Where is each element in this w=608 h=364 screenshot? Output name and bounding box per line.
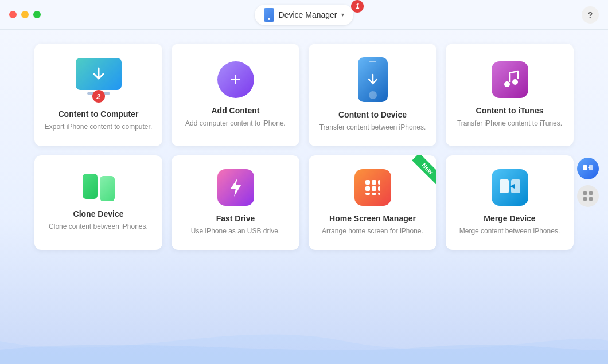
svg-rect-7: [378, 186, 380, 191]
question-icon: ?: [588, 10, 593, 19]
merge-icon-wrap: [492, 169, 528, 206]
grid-app-icon: [363, 177, 383, 198]
home-grid-icon: [354, 169, 391, 206]
card-desc: Use iPhone as an USB drive.: [191, 226, 280, 236]
computer-icon-wrap: 2: [76, 58, 122, 90]
svg-rect-6: [372, 186, 376, 191]
help-button[interactable]: ?: [582, 6, 599, 24]
bolt-icon: [227, 177, 244, 198]
itunes-icon-wrap: [492, 61, 528, 98]
card-desc: Transfer iPhone content to iTunes.: [457, 119, 562, 128]
content-to-computer-card[interactable]: 2 Content to Computer Export iPhone cont…: [34, 44, 162, 146]
card-desc: Export iPhone content to computer.: [45, 122, 152, 132]
apps-grid-icon: [583, 191, 593, 201]
svg-rect-2: [365, 180, 370, 185]
add-content-card[interactable]: + Add Content Add computer content to iP…: [172, 44, 299, 146]
plus-icon: +: [230, 70, 241, 88]
svg-rect-15: [583, 191, 587, 195]
app-icon: [264, 8, 274, 22]
svg-rect-11: [500, 179, 509, 193]
fast-drive-card[interactable]: Fast Drive Use iPhone as an USB drive.: [172, 155, 299, 250]
card-title: Content to iTunes: [476, 106, 544, 115]
phone-icon: [358, 57, 388, 102]
card-title: Content to Computer: [59, 109, 139, 119]
svg-rect-9: [372, 193, 376, 195]
svg-rect-13: [583, 165, 587, 170]
svg-rect-10: [378, 193, 380, 195]
app-title-dropdown[interactable]: Device Manager ▾ 1: [255, 5, 354, 25]
titlebar: Device Manager ▾ 1 ?: [0, 0, 608, 30]
card-title: Content to Device: [338, 110, 407, 119]
lightning-icon: [217, 169, 254, 206]
grid-sidebar-button[interactable]: [577, 185, 599, 207]
svg-rect-4: [378, 180, 380, 185]
maximize-button[interactable]: [33, 11, 41, 18]
card-row-1: 2 Content to Computer Export iPhone cont…: [34, 44, 574, 146]
fastdrive-icon-wrap: [217, 169, 254, 206]
svg-rect-16: [589, 191, 593, 195]
clone-phones-icon: [83, 174, 115, 201]
transfer-icon: [582, 163, 594, 174]
traffic-lights: [9, 11, 41, 18]
card-title: Fast Drive: [216, 214, 255, 223]
content-to-itunes-card[interactable]: Content to iTunes Transfer iPhone conten…: [446, 44, 574, 146]
itunes-icon: [492, 61, 528, 98]
add-content-icon-wrap: +: [217, 61, 254, 98]
close-button[interactable]: [9, 11, 17, 18]
card-desc: Add computer content to iPhone.: [185, 119, 286, 128]
home-screen-manager-card[interactable]: Home Screen Manager Arrange home screen …: [309, 155, 436, 250]
sidebar-right: [577, 158, 599, 207]
music-note-icon: [500, 69, 520, 90]
card-title: Home Screen Manager: [329, 214, 416, 223]
new-badge: [402, 155, 436, 190]
merge-device-card[interactable]: Merge Device Merge content between iPhon…: [446, 155, 574, 250]
homescreen-icon-wrap: [354, 169, 391, 206]
content-device-icon-wrap: [358, 57, 388, 102]
content-to-device-card[interactable]: Content to Device Transfer content betwe…: [309, 44, 436, 146]
main-content: 2 Content to Computer Export iPhone cont…: [0, 30, 608, 264]
svg-point-0: [504, 81, 510, 87]
transfer-sidebar-button[interactable]: [577, 158, 599, 179]
chevron-down-icon: ▾: [341, 11, 344, 18]
notification-badge: 1: [351, 0, 364, 13]
card-desc: Clone content between iPhones.: [49, 222, 148, 232]
add-circle-icon: +: [217, 61, 254, 98]
svg-rect-17: [583, 197, 587, 201]
merge-arrow-icon: [492, 169, 528, 206]
card-title: Merge Device: [484, 214, 535, 223]
computer-icon: [76, 58, 122, 90]
minimize-button[interactable]: [21, 11, 29, 18]
svg-rect-5: [365, 186, 370, 191]
card-title: Add Content: [212, 106, 260, 115]
card-desc: Arrange home screen for iPhone.: [322, 226, 423, 236]
card-title: Clone Device: [73, 209, 124, 218]
card-desc: Merge content between iPhones.: [459, 226, 560, 236]
transfer-icon: [498, 177, 521, 198]
svg-point-1: [512, 79, 518, 85]
card-row-2: Clone Device Clone content between iPhon…: [34, 155, 574, 250]
wave-decoration: [0, 318, 608, 364]
svg-rect-3: [372, 180, 376, 185]
badge-2: 2: [92, 90, 105, 103]
clone-icon-wrap: [83, 174, 115, 201]
clone-device-card[interactable]: Clone Device Clone content between iPhon…: [34, 155, 162, 250]
app-title: Device Manager: [279, 10, 337, 19]
download-arrow-icon: [89, 66, 108, 82]
svg-rect-8: [365, 193, 370, 195]
down-arrow-icon: [367, 73, 379, 86]
svg-rect-18: [589, 197, 593, 201]
card-desc: Transfer content between iPhones.: [319, 123, 426, 132]
